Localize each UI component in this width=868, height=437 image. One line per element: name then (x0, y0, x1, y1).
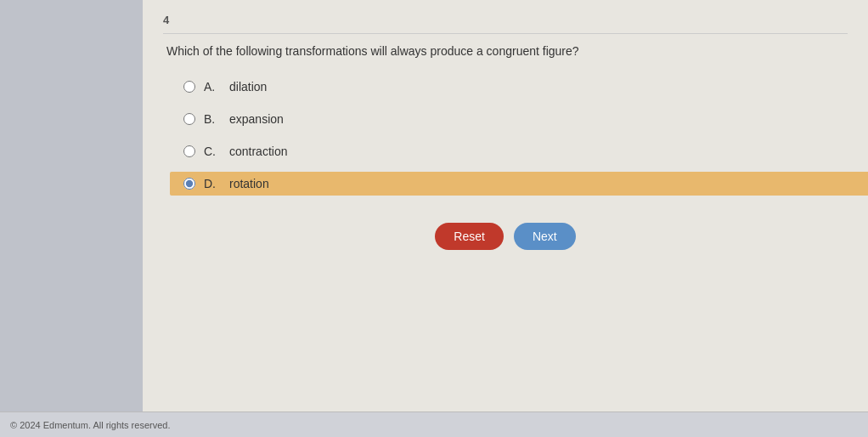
question-text: Which of the following transformations w… (166, 44, 848, 58)
left-sidebar (0, 0, 143, 411)
option-label-a: A. (204, 80, 221, 94)
option-text-c: contraction (229, 145, 287, 158)
option-row-c[interactable]: C. contraction (177, 139, 848, 163)
radio-b[interactable] (183, 113, 195, 125)
option-label-d: D. (204, 177, 221, 190)
option-text-b: expansion (229, 112, 284, 126)
footer-copyright: © 2024 Edmentum. All rights reserved. (10, 420, 170, 430)
question-number: 4 (163, 14, 848, 34)
option-label-c: C. (204, 145, 221, 158)
main-content: 4 Which of the following transformations… (143, 0, 868, 411)
next-button[interactable]: Next (514, 223, 576, 250)
footer: © 2024 Edmentum. All rights reserved. (0, 411, 868, 437)
radio-c[interactable] (183, 145, 195, 157)
options-container: A. dilation B. expansion C. contraction … (177, 75, 848, 196)
option-row-a[interactable]: A. dilation (177, 75, 848, 99)
option-row-d[interactable]: D. rotation (170, 172, 868, 196)
option-text-a: dilation (229, 80, 267, 94)
option-row-b[interactable]: B. expansion (177, 107, 848, 131)
radio-a[interactable] (183, 81, 195, 93)
buttons-container: Reset Next (163, 223, 848, 250)
option-text-d: rotation (229, 177, 269, 190)
option-label-b: B. (204, 112, 221, 126)
radio-d[interactable] (183, 178, 195, 190)
reset-button[interactable]: Reset (435, 223, 504, 250)
